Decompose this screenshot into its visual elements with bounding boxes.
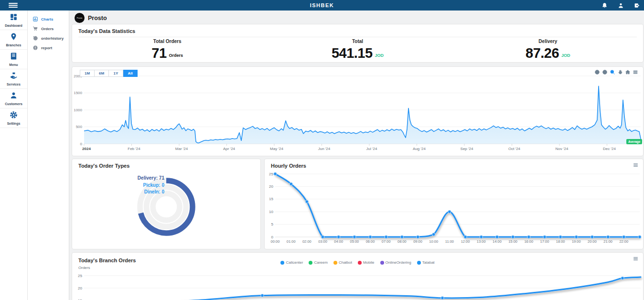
top-bar: ISHBEK bbox=[0, 0, 644, 11]
x-tick-label: Nov '24 bbox=[556, 147, 569, 151]
data-point-marker bbox=[353, 236, 356, 238]
hourly-orders-card: Hourly Orders 252015105000:0001:0002:000… bbox=[264, 159, 644, 249]
sidebar-item-label: Dashboard bbox=[5, 24, 22, 27]
stat-value: 71 bbox=[151, 45, 166, 61]
zoom-in-icon[interactable] bbox=[594, 69, 600, 75]
x-tick-label: Oct '24 bbox=[508, 147, 521, 151]
x-tick-label: 13:00 bbox=[477, 239, 486, 244]
x-tick-label: 08:00 bbox=[397, 239, 407, 244]
y-tick-label: 5 bbox=[271, 222, 274, 226]
sidebar-item-branches[interactable]: Branches bbox=[0, 30, 27, 50]
data-point-marker bbox=[559, 236, 562, 238]
sidebar-item-label: Services bbox=[7, 83, 21, 86]
legend-item-callcenter[interactable]: Callcenter bbox=[280, 260, 303, 265]
secondary-sidebar: ChartsOrdersorderhistoryreport bbox=[28, 11, 69, 300]
sidebar-item-customers[interactable]: Customers bbox=[0, 89, 27, 108]
subsidebar-item-report[interactable]: report bbox=[28, 43, 69, 53]
zoom-out-icon[interactable] bbox=[602, 69, 608, 75]
legend-dot bbox=[280, 261, 284, 265]
data-point-marker bbox=[607, 236, 610, 238]
legend-label: Callcenter bbox=[286, 260, 303, 265]
x-tick-label: 03:00 bbox=[318, 239, 327, 244]
order-type-label-dinein: DineIn: 0 bbox=[72, 189, 164, 196]
history-clock-icon bbox=[32, 35, 38, 41]
legend-item-chatbot[interactable]: Chatbot bbox=[333, 260, 352, 265]
sidebar-item-dashboard[interactable]: Dashboard bbox=[0, 11, 27, 30]
sidebar-item-settings[interactable]: Settings bbox=[0, 108, 27, 128]
logout-icon[interactable] bbox=[634, 2, 640, 9]
restaurant-name: Prosto bbox=[88, 15, 107, 21]
order-types-card: Today's Order Types Delivery: 71Pickup: … bbox=[72, 159, 261, 249]
legend-item-careem[interactable]: Careem bbox=[309, 260, 327, 265]
data-point-marker bbox=[448, 210, 451, 213]
y-tick-label: 1000 bbox=[74, 108, 82, 112]
user-icon[interactable] bbox=[618, 2, 624, 9]
subsidebar-item-charts[interactable]: Charts bbox=[28, 14, 69, 24]
bell-icon[interactable] bbox=[601, 2, 608, 9]
order-types-labels: Delivery: 71Pickup: 0DineIn: 0 bbox=[72, 175, 164, 196]
range-button-1m[interactable]: 1M bbox=[80, 70, 95, 77]
selection-zoom-icon[interactable] bbox=[610, 69, 615, 75]
range-button-all[interactable]: All bbox=[123, 70, 138, 77]
legend-item-onlineordering[interactable]: OnlineOrdering bbox=[380, 260, 411, 265]
sidebar-item-label: Branches bbox=[6, 43, 21, 47]
pan-icon[interactable] bbox=[617, 69, 623, 75]
data-point-marker bbox=[385, 236, 387, 238]
stat-unit: Orders bbox=[169, 53, 183, 58]
y-tick-label: 500 bbox=[76, 125, 83, 129]
x-tick-label: Mar '24 bbox=[175, 147, 188, 151]
subsidebar-item-orderhistory[interactable]: orderhistory bbox=[28, 33, 69, 43]
data-point-marker bbox=[623, 236, 625, 238]
stat-value: 541.15 bbox=[332, 45, 373, 61]
legend-item-talabat[interactable]: Talabat bbox=[417, 260, 435, 265]
stat-delivery: Delivery87.26JOD bbox=[453, 39, 643, 61]
legend-label: Mobile bbox=[363, 260, 375, 265]
range-button-6m[interactable]: 6M bbox=[95, 70, 109, 77]
dashboard-grid-icon bbox=[10, 13, 18, 23]
x-tick-label: 09:00 bbox=[413, 239, 422, 244]
settings-gear-icon bbox=[10, 111, 18, 121]
stat-total: Total541.15JOD bbox=[262, 39, 452, 61]
legend-dot bbox=[417, 261, 421, 265]
x-tick-label: Apr '24 bbox=[223, 147, 236, 151]
subsidebar-item-label: orderhistory bbox=[41, 36, 64, 41]
legend-dot bbox=[358, 261, 362, 265]
legend-item-mobile[interactable]: Mobile bbox=[358, 260, 375, 265]
divider bbox=[78, 37, 637, 37]
x-tick-label: 22:00 bbox=[619, 239, 628, 244]
order-types-radial-chart[interactable] bbox=[72, 159, 260, 249]
x-tick-label: 05:00 bbox=[350, 239, 359, 244]
data-point-marker bbox=[432, 233, 435, 236]
data-point-marker bbox=[400, 236, 403, 238]
x-tick-label: 01:00 bbox=[287, 239, 296, 244]
legend-label: Talabat bbox=[422, 260, 435, 265]
location-pin-icon bbox=[10, 32, 18, 43]
x-tick-label: 17:00 bbox=[540, 239, 549, 244]
data-point-marker bbox=[638, 236, 641, 238]
x-tick-label: Dec '24 bbox=[603, 147, 616, 151]
x-tick-label: Jun '24 bbox=[318, 147, 331, 151]
x-tick-label: 11:00 bbox=[445, 239, 454, 244]
chart-menu-icon[interactable] bbox=[633, 69, 638, 75]
services-hand-icon bbox=[10, 72, 18, 82]
hourly-orders-chart[interactable]: 252015105000:0001:0002:0003:0004:0005:00… bbox=[265, 159, 643, 249]
range-button-1y[interactable]: 1Y bbox=[109, 70, 123, 77]
legend-dot bbox=[380, 261, 384, 265]
legend-dot bbox=[309, 261, 312, 265]
sidebar-item-label: Settings bbox=[7, 122, 21, 125]
data-point-marker bbox=[261, 294, 264, 297]
x-tick-label: 18:00 bbox=[556, 239, 565, 244]
chart-toolbar bbox=[594, 69, 638, 75]
sidebar-item-menu[interactable]: Menu bbox=[0, 50, 27, 69]
x-tick-label: 14:00 bbox=[493, 239, 502, 244]
home-icon[interactable] bbox=[625, 69, 631, 75]
stat-label: Total Orders bbox=[72, 39, 262, 44]
stats-card: Today's Data Statistics Total Orders71Or… bbox=[72, 24, 644, 63]
subsidebar-item-orders[interactable]: Orders bbox=[28, 24, 69, 33]
sidebar-item-services[interactable]: Services bbox=[0, 69, 27, 89]
report-circle-icon bbox=[32, 45, 38, 51]
orders-trend-chart[interactable]: 20001500100050002024Feb '24Mar '24Apr '2… bbox=[72, 67, 643, 156]
orders-cart-icon bbox=[32, 26, 38, 32]
branch-orders-chart[interactable]: 252015 bbox=[72, 253, 643, 300]
y-tick-label: 25 bbox=[78, 274, 82, 278]
